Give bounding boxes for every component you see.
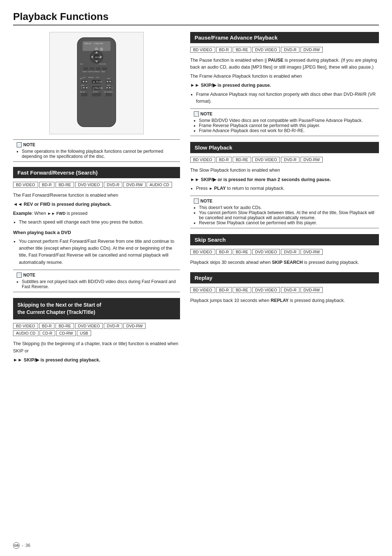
skipping-header: Skipping to the Next or the Start of the…	[13, 298, 180, 319]
badge-dvd-rw-1: DVD-RW	[123, 182, 146, 188]
replay-header: Replay	[190, 272, 379, 283]
ff-bullets: The search speed will change each time y…	[19, 219, 180, 226]
badge-dvd-r-pf: DVD-R	[281, 47, 299, 53]
right-column: Pause/Frame Advance Playback BD VIDEO BD…	[190, 32, 379, 310]
pf-body1: The Pause function is enabled when || PA…	[190, 57, 379, 71]
badge-dvd-video-replay: DVD VIDEO	[252, 287, 280, 293]
skip-search-badges: BD VIDEO BD-R BD-RE DVD VIDEO DVD-R DVD-…	[190, 249, 379, 256]
svg-rect-49	[92, 93, 101, 97]
svg-text:AUDIO: AUDIO	[82, 71, 87, 73]
badge-bd-video-ss: BD VIDEO	[190, 249, 215, 255]
replay-badge-row1: BD VIDEO BD-R BD-RE	[190, 287, 252, 294]
svg-text:PAGE: PAGE	[101, 71, 105, 73]
pf-bullets: Frame Advance Playback may not function …	[196, 91, 379, 105]
pause-frame-section: Pause/Frame Advance Playback BD VIDEO BD…	[190, 32, 379, 136]
svg-text:REPEAT: REPEAT	[88, 77, 94, 78]
badge-bd-re-sp: BD-RE	[233, 157, 251, 163]
badge-dvd-video-pf: DVD VIDEO	[252, 47, 280, 53]
slow-playback-body: The Slow Playback function is enabled wh…	[190, 167, 379, 192]
svg-text:►►: ►►	[106, 80, 112, 83]
note-pf-list: Some BD/DVD Video discs are not compatib…	[199, 118, 375, 133]
badge-bd-re-skip: BD-RE	[56, 323, 74, 329]
fast-forward-header: Fast Forward/Reverse (Search)	[13, 167, 180, 178]
svg-text:FWD: FWD	[107, 78, 110, 79]
svg-text:RETURN: RETURN	[99, 63, 106, 65]
badge-dvd-rw-skip: DVD-RW	[123, 323, 146, 329]
note-pf-item1: Some BD/DVD Video discs are not compatib…	[199, 118, 375, 123]
badge-dvd-r-skip: DVD-R	[104, 323, 122, 329]
badge-dvd-rw-sp: DVD-RW	[301, 157, 323, 163]
pf-body2: The Frame Advance Playback function is e…	[190, 73, 379, 80]
note-pf-item3: Frame Advance Playback does not work for…	[199, 128, 375, 133]
skip-badge-row2: DVD VIDEO DVD-R DVD-RW	[75, 323, 147, 330]
page-container: Playback Functions DISPLAY FUNCTION	[0, 0, 392, 556]
ss-badge-row2: DVD VIDEO DVD-R DVD-RW	[252, 249, 324, 255]
badge-bd-r-sp: BD-R	[216, 157, 232, 163]
sp-body1: The Slow Playback function is enabled wh…	[190, 167, 379, 174]
note-icon-ff: 📄	[17, 273, 22, 278]
badge-bd-video-skip: BD VIDEO	[13, 323, 38, 329]
replay-section: Replay BD VIDEO BD-R BD-RE DVD VIDEO DVD…	[190, 272, 379, 304]
svg-rect-24	[90, 74, 93, 76]
badge-bd-r-ss: BD-R	[216, 249, 232, 255]
sp-badge-row2: DVD VIDEO DVD-R DVD-RW	[252, 157, 324, 163]
note-title-pf: 📄 NOTE	[194, 111, 375, 116]
svg-rect-15	[83, 68, 88, 70]
note-sp-item2: You cannot perform Slow Playback between…	[199, 210, 375, 220]
skip-badge-row3: AUDIO CD CD-R CD-RW USB	[13, 330, 92, 337]
ss-body: Playback skips 30 seconds ahead when SKI…	[190, 259, 379, 266]
ff-body1: The Fast Forward/Reverse function is ena…	[13, 192, 180, 199]
badge-dvd-video-sp: DVD VIDEO	[252, 157, 280, 163]
badge-bd-r-skip: BD-R	[39, 323, 55, 329]
note-box-ff: 📄 NOTE Subtitles are not played back wit…	[13, 270, 180, 292]
note-list-1: Some operations in the following playbac…	[22, 149, 176, 159]
svg-text:EXIT: EXIT	[80, 63, 83, 65]
svg-rect-23	[83, 74, 87, 76]
svg-text:PinP: PinP	[82, 77, 86, 78]
note-icon-sp: 📄	[194, 199, 199, 204]
pf-body3: ►► SKIP/▶ is pressed during pause.	[190, 82, 379, 89]
footer-region: GB	[13, 542, 20, 549]
note-sp-item3: Reverse Slow Playback cannot be performe…	[199, 220, 375, 225]
pf-badge-row2: DVD VIDEO DVD-R DVD-RW	[252, 47, 324, 53]
skip-body1: The Skipping (to the beginning of a chap…	[13, 340, 180, 355]
ff-bullet1: The search speed will change each time y…	[19, 219, 180, 226]
badge-bd-video-replay: BD VIDEO	[190, 287, 215, 293]
ff-sub-header: When playing back a DVD	[13, 229, 180, 236]
svg-point-5	[100, 48, 103, 51]
badge-bd-re-replay: BD-RE	[233, 287, 251, 293]
pause-frame-header: Pause/Frame Advance Playback	[190, 32, 379, 43]
svg-text:►►|: ►►|	[106, 86, 112, 89]
ff-badge-row1: BD VIDEO BD-R BD-RE	[13, 182, 75, 188]
note-pf-item2: Frame Reverse Playback cannot be perform…	[199, 123, 375, 128]
fast-forward-body: The Fast Forward/Reverse function is ena…	[13, 192, 180, 266]
replay-body-text: Playback jumps back 10 seconds when REPL…	[190, 297, 379, 304]
pf-badge-row1: BD VIDEO BD-R BD-RE	[190, 47, 252, 53]
replay-badge-row2: DVD VIDEO DVD-R DVD-RW	[252, 287, 324, 294]
badge-dvd-video-ss: DVD VIDEO	[252, 249, 280, 255]
svg-rect-48	[81, 93, 87, 97]
ff-body2: ◄◄ REV or FWD is pressed during playback…	[13, 201, 180, 208]
page-footer: GB - 36	[13, 542, 30, 549]
svg-rect-16	[90, 68, 94, 70]
badge-bd-r-replay: BD-R	[216, 287, 232, 293]
skipping-badges: BD VIDEO BD-R BD-RE DVD VIDEO DVD-R DVD-…	[13, 323, 180, 338]
svg-rect-50	[106, 93, 112, 97]
badge-bd-re-1: BD-RE	[56, 182, 74, 188]
pause-frame-body: The Pause function is enabled when || PA…	[190, 57, 379, 105]
pause-frame-badges: BD VIDEO BD-R BD-RE DVD VIDEO DVD-R DVD-…	[190, 47, 379, 54]
replay-badges: BD VIDEO BD-R BD-RE DVD VIDEO DVD-R DVD-…	[190, 287, 379, 294]
skip-badge-row1: BD VIDEO BD-R BD-RE	[13, 323, 75, 330]
badge-dvd-r-ss: DVD-R	[281, 249, 299, 255]
badge-audio-cd-1: AUDIO CD	[147, 182, 172, 188]
badge-bd-video-pf: BD VIDEO	[190, 47, 215, 53]
svg-rect-18	[102, 68, 107, 70]
svg-text:REPLAY: REPLAY	[80, 91, 85, 93]
svg-text:SKIP SEARCH: SKIP SEARCH	[103, 91, 113, 93]
ss-badge-row1: BD VIDEO BD-R BD-RE	[190, 249, 252, 255]
remote-image-box: DISPLAY FUNCTION ENTER	[49, 32, 144, 134]
remote-svg: DISPLAY FUNCTION ENTER	[57, 36, 136, 130]
badge-dvd-video-skip: DVD VIDEO	[75, 323, 103, 329]
sp-bullet1: Press ► PLAY to return to normal playbac…	[196, 185, 379, 192]
skip-search-header: Skip Search	[190, 234, 379, 245]
